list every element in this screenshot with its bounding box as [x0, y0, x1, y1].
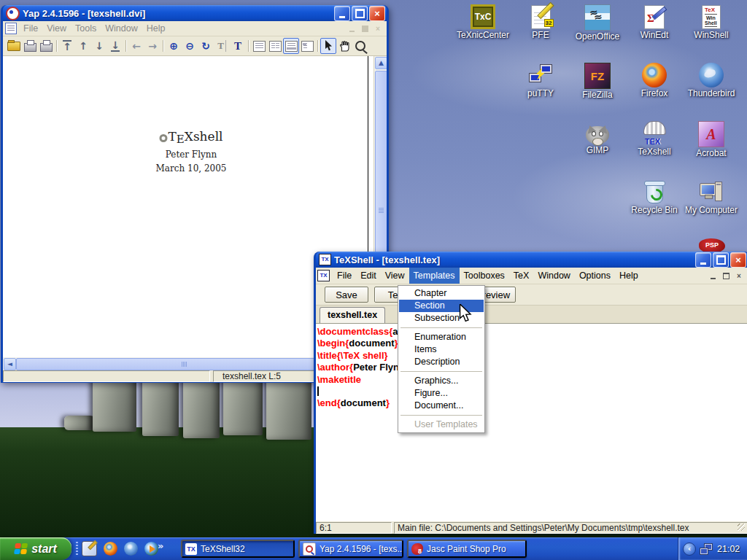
desktop-icon-firefox[interactable]: Firefox	[626, 63, 683, 98]
desktop-icon-thunderbird[interactable]: Thunderbird	[683, 63, 740, 98]
desktop-icon-my-computer[interactable]: My Computer	[683, 179, 740, 215]
desktop-icon-acrobat[interactable]: Acrobat	[683, 121, 740, 158]
forward-icon[interactable]: →	[144, 38, 160, 54]
texshell-child-minimize-button[interactable]	[707, 271, 719, 281]
yap-menu-window[interactable]: Window	[101, 21, 142, 36]
resize-grip[interactable]	[738, 524, 745, 531]
templates-menu-enumeration[interactable]: Enumeration	[399, 331, 484, 343]
taskbar-button-texshell32[interactable]: TeXShell32	[181, 540, 295, 558]
start-button[interactable]: start	[0, 537, 71, 560]
desktop-icon-label: GIMP	[569, 146, 626, 155]
view-single-icon[interactable]	[251, 38, 267, 54]
firefox-quick-launch-icon[interactable]	[104, 542, 117, 556]
pointer-tool-icon[interactable]	[320, 38, 336, 54]
yap-menu-view[interactable]: View	[42, 21, 71, 36]
view-continuous-icon[interactable]	[283, 38, 299, 54]
texshell-menu-options[interactable]: Options	[575, 268, 615, 284]
winedt-icon	[644, 5, 665, 29]
texshell-maximize-button[interactable]	[713, 252, 729, 268]
templates-menu-chapter[interactable]: Chapter	[399, 287, 484, 300]
texshell-menu-view[interactable]: View	[381, 268, 409, 284]
back-icon[interactable]: ←	[128, 38, 144, 54]
yap-child-restore-button[interactable]	[359, 23, 371, 34]
hand-tool-icon[interactable]	[336, 38, 352, 54]
scroll-up-button[interactable]: ▲	[375, 57, 387, 69]
refresh-icon[interactable]: ↻	[198, 38, 214, 54]
desktop-icon-label: Recycle Bin	[626, 206, 683, 215]
yap-menu-tools[interactable]: Tools	[71, 21, 101, 36]
yap-titlebar[interactable]: Yap 2.4.1596 - [texshell.dvi] ×	[3, 5, 387, 21]
desktop-icon-openoffice[interactable]: OpenOffice	[569, 4, 626, 42]
toolbar-separator	[315, 39, 320, 53]
tab-texshell-tex[interactable]: texshell.tex	[320, 307, 385, 323]
desktop-icon-texshell[interactable]: TeXshell	[626, 121, 683, 157]
open-icon[interactable]	[6, 38, 22, 54]
texshell-minimize-button[interactable]	[695, 252, 711, 268]
texshell-menu-file[interactable]: File	[333, 268, 356, 284]
prev-page-icon[interactable]: ↑	[75, 38, 91, 54]
desktop-icon-pfe[interactable]: PFE	[512, 4, 569, 40]
view-continuous-facing-icon[interactable]	[299, 38, 315, 54]
texshell-menu-window[interactable]: Window	[533, 268, 574, 284]
texshell-child-restore-button[interactable]	[720, 271, 732, 281]
yap-maximize-button[interactable]	[352, 6, 368, 21]
last-page-icon[interactable]: ↓	[107, 38, 123, 54]
editor-line: \author{Peter Flynn}	[317, 362, 747, 373]
magnifier-tool-icon[interactable]	[352, 38, 368, 54]
texshell-child-close-button[interactable]: ×	[733, 271, 745, 281]
yap-minimize-button[interactable]	[334, 6, 350, 21]
show-desktop-quick-launch-icon[interactable]	[82, 541, 97, 556]
quick-launch-overflow-chevron[interactable]: »	[158, 540, 163, 551]
templates-menu-document[interactable]: Document...	[399, 400, 484, 412]
texshell-menu-edit[interactable]: Edit	[356, 268, 381, 284]
paint-shop-pro-desktop-icon[interactable]: PSP	[699, 238, 725, 253]
quick-launch-grip[interactable]	[76, 542, 78, 556]
print-setup-icon[interactable]	[38, 38, 54, 54]
texshell-menu-toolboxes[interactable]: Toolboxes	[460, 268, 509, 284]
text-ruler-icon[interactable]: T	[214, 38, 230, 54]
desktop-icon-gimp[interactable]: GIMP	[569, 121, 626, 155]
taskbar-clock[interactable]: 21:02	[717, 544, 740, 554]
yap-close-button[interactable]: ×	[369, 6, 385, 21]
thunderbird-quick-launch-icon[interactable]	[124, 542, 138, 556]
desktop-icon-filezilla[interactable]: FileZilla	[569, 63, 626, 100]
text-tool-icon[interactable]: T	[230, 38, 246, 54]
texshell-editor[interactable]: \documentclass{article}\begin{document}\…	[316, 324, 747, 521]
next-page-icon[interactable]: ↓	[91, 38, 107, 54]
templates-menu-figure[interactable]: Figure...	[399, 387, 484, 400]
desktop-icon-winshell[interactable]: WinShell	[683, 4, 740, 40]
zoom-out-icon[interactable]: ⊖	[182, 38, 198, 54]
desktop-icon-texniccenter[interactable]: TeXnicCenter	[454, 4, 511, 40]
desktop-icon-recycle-bin[interactable]: Recycle Bin	[626, 179, 683, 215]
templates-menu-description[interactable]: Description	[399, 356, 484, 368]
print-icon[interactable]	[22, 38, 38, 54]
dvi-document-icon[interactable]	[5, 23, 17, 34]
tray-collapse-chevron[interactable]: ‹	[683, 542, 696, 556]
network-tray-icon[interactable]	[700, 543, 713, 555]
texshell-titlebar[interactable]: TeXShell - [texshell.tex] ×	[316, 252, 747, 268]
texshell-menu-templates[interactable]: Templates	[409, 268, 460, 284]
desktop-icon-winedt[interactable]: WinEdt	[626, 4, 683, 40]
templates-menu-graphics[interactable]: Graphics...	[399, 375, 484, 387]
media-player-quick-launch-icon[interactable]	[144, 542, 158, 556]
desktop-icon-putty[interactable]: puTTY	[512, 63, 569, 98]
texshell-menu-help[interactable]: Help	[615, 268, 643, 284]
yap-child-close-button[interactable]: ×	[372, 23, 384, 34]
yap-menu-file[interactable]: File	[19, 21, 42, 36]
texshell-close-button[interactable]: ×	[730, 252, 746, 268]
view-facing-icon[interactable]	[267, 38, 283, 54]
horizontal-scroll-thumb[interactable]	[16, 358, 349, 370]
scroll-left-button[interactable]: ◄	[4, 358, 16, 370]
texshell-menu-tex[interactable]: TeX	[509, 268, 534, 284]
save-button[interactable]: Save	[325, 287, 368, 303]
texshell-document-icon[interactable]	[317, 270, 330, 281]
task-button-label: Jasc Paint Shop Pro	[427, 544, 506, 554]
templates-menu-items[interactable]: Items	[399, 343, 484, 356]
yap-menu-help[interactable]: Help	[142, 21, 170, 36]
first-page-icon[interactable]: ↑	[59, 38, 75, 54]
yap-child-minimize-button[interactable]	[346, 23, 357, 34]
menu-separator	[399, 412, 484, 419]
taskbar-button-yap-2-4-1596-texs[interactable]: Yap 2.4.1596 - [texs...	[298, 540, 403, 558]
taskbar-button-jasc-paint-shop-pro[interactable]: Jasc Paint Shop Pro	[407, 540, 527, 558]
zoom-in-icon[interactable]: ⊕	[166, 38, 182, 54]
